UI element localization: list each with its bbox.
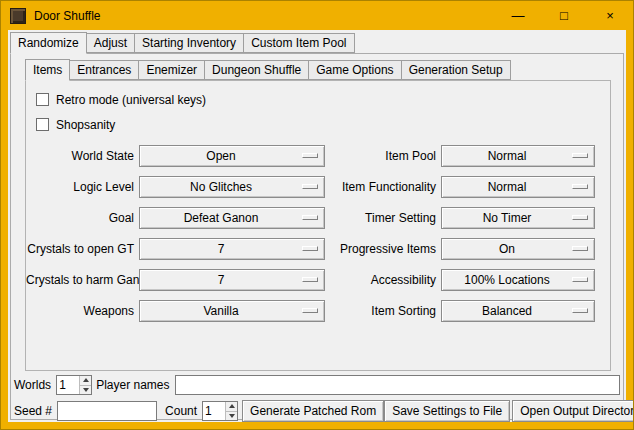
timer-setting-dropdown[interactable]: No Timer (441, 207, 595, 229)
dropdown-indicator-icon (572, 277, 588, 282)
tab-dungeon-shuffle[interactable]: Dungeon Shuffle (204, 60, 309, 80)
maximize-icon[interactable]: □ (541, 1, 587, 30)
world-state-dropdown[interactable]: Open (139, 145, 325, 167)
crystals-gt-label: Crystals to open GT (26, 242, 134, 256)
tab-enemizer[interactable]: Enemizer (138, 60, 205, 80)
progressive-items-dropdown[interactable]: On (441, 238, 595, 260)
dropdown-value: 100% Locations (442, 273, 572, 287)
tab-game-options[interactable]: Game Options (308, 60, 401, 80)
logic-level-label: Logic Level (26, 180, 134, 194)
dropdown-indicator-icon (302, 246, 318, 251)
accessibility-label: Accessibility (330, 273, 436, 287)
inner-tab-bar: Items Entrances Enemizer Dungeon Shuffle… (25, 59, 510, 80)
settings-row: World State Open Item Pool Normal (26, 140, 610, 171)
shopsanity-checkbox[interactable] (36, 118, 49, 131)
window-controls: — □ × (495, 1, 633, 30)
settings-row: Crystals to open GT 7 Progressive Items … (26, 233, 610, 264)
spinner-buttons (79, 376, 91, 394)
dropdown-value: Vanilla (140, 304, 302, 318)
worlds-input[interactable] (57, 376, 79, 394)
dropdown-indicator-icon (302, 277, 318, 282)
item-pool-dropdown[interactable]: Normal (441, 145, 595, 167)
weapons-label: Weapons (26, 304, 134, 318)
dropdown-value: On (442, 242, 572, 256)
close-icon[interactable]: × (587, 1, 633, 30)
randomize-panel: Items Entrances Enemizer Dungeon Shuffle… (10, 53, 624, 420)
seed-input[interactable] (57, 401, 157, 421)
app-icon (10, 8, 26, 24)
accessibility-dropdown[interactable]: 100% Locations (441, 269, 595, 291)
dropdown-value: 7 (140, 242, 302, 256)
tab-starting-inventory[interactable]: Starting Inventory (134, 33, 244, 53)
seed-label: Seed # (14, 404, 52, 418)
dropdown-indicator-icon (302, 184, 318, 189)
item-pool-label: Item Pool (330, 149, 436, 163)
dropdown-indicator-icon (302, 308, 318, 313)
dropdown-value: 7 (140, 273, 302, 287)
progressive-items-label: Progressive Items (330, 242, 436, 256)
items-panel: Retro mode (universal keys) Shopsanity W… (25, 80, 611, 371)
spinner-buttons (225, 402, 237, 420)
crystals-ganon-label: Crystals to harm Ganon (26, 273, 134, 287)
titlebar: Door Shuffle — □ × (1, 1, 633, 30)
dropdown-indicator-icon (572, 246, 588, 251)
dropdown-value: Open (140, 149, 302, 163)
timer-setting-label: Timer Setting (330, 211, 436, 225)
dropdown-indicator-icon (572, 308, 588, 313)
main-tab-bar: Randomize Adjust Starting Inventory Cust… (10, 32, 354, 53)
weapons-dropdown[interactable]: Vanilla (139, 300, 325, 322)
dropdown-value: No Timer (442, 211, 572, 225)
dropdown-value: No Glitches (140, 180, 302, 194)
open-output-directory-button[interactable]: Open Output Directory (512, 400, 634, 422)
crystals-ganon-dropdown[interactable]: 7 (139, 269, 325, 291)
player-names-input[interactable] (175, 375, 621, 395)
retro-mode-label: Retro mode (universal keys) (56, 93, 206, 107)
tab-entrances[interactable]: Entrances (69, 60, 139, 80)
settings-grid: World State Open Item Pool Normal Logic … (26, 140, 610, 326)
item-sorting-dropdown[interactable]: Balanced (441, 300, 595, 322)
tab-generation-setup[interactable]: Generation Setup (401, 60, 511, 80)
spin-down-icon[interactable] (80, 386, 91, 395)
dropdown-value: Normal (442, 149, 572, 163)
logic-level-dropdown[interactable]: No Glitches (139, 176, 325, 198)
tab-randomize[interactable]: Randomize (10, 32, 87, 54)
dropdown-indicator-icon (302, 215, 318, 220)
count-input[interactable] (203, 402, 225, 420)
spin-up-icon[interactable] (226, 402, 237, 412)
item-functionality-dropdown[interactable]: Normal (441, 176, 595, 198)
crystals-gt-dropdown[interactable]: 7 (139, 238, 325, 260)
settings-row: Weapons Vanilla Item Sorting Balanced (26, 295, 610, 326)
shopsanity-row: Shopsanity (36, 112, 610, 137)
dropdown-indicator-icon (572, 215, 588, 220)
tab-custom-item-pool[interactable]: Custom Item Pool (243, 33, 354, 53)
tab-items[interactable]: Items (25, 59, 70, 81)
retro-mode-checkbox[interactable] (36, 93, 49, 106)
settings-row: Goal Defeat Ganon Timer Setting No Timer (26, 202, 610, 233)
dropdown-value: Defeat Ganon (140, 211, 302, 225)
spin-up-icon[interactable] (80, 376, 91, 386)
world-state-label: World State (26, 149, 134, 163)
item-sorting-label: Item Sorting (330, 304, 436, 318)
item-functionality-label: Item Functionality (330, 180, 436, 194)
settings-row: Crystals to harm Ganon 7 Accessibility 1… (26, 264, 610, 295)
minimize-icon[interactable]: — (495, 1, 541, 30)
goal-dropdown[interactable]: Defeat Ganon (139, 207, 325, 229)
app-window: Door Shuffle — □ × Randomize Adjust Star… (0, 0, 634, 430)
dropdown-indicator-icon (302, 153, 318, 158)
generate-patched-rom-button[interactable]: Generate Patched Rom (242, 400, 384, 422)
worlds-label: Worlds (14, 378, 51, 392)
dropdown-value: Normal (442, 180, 572, 194)
tab-adjust[interactable]: Adjust (86, 33, 135, 53)
spin-down-icon[interactable] (226, 412, 237, 421)
dropdown-value: Balanced (442, 304, 572, 318)
settings-row: Logic Level No Glitches Item Functionali… (26, 171, 610, 202)
dropdown-indicator-icon (572, 153, 588, 158)
shopsanity-label: Shopsanity (56, 118, 115, 132)
player-names-label: Player names (96, 378, 169, 392)
count-label: Count (165, 404, 197, 418)
save-settings-button[interactable]: Save Settings to File (384, 400, 510, 422)
retro-mode-row: Retro mode (universal keys) (36, 87, 610, 112)
count-spinbox (202, 401, 238, 421)
window-title: Door Shuffle (34, 9, 101, 23)
goal-label: Goal (26, 211, 134, 225)
